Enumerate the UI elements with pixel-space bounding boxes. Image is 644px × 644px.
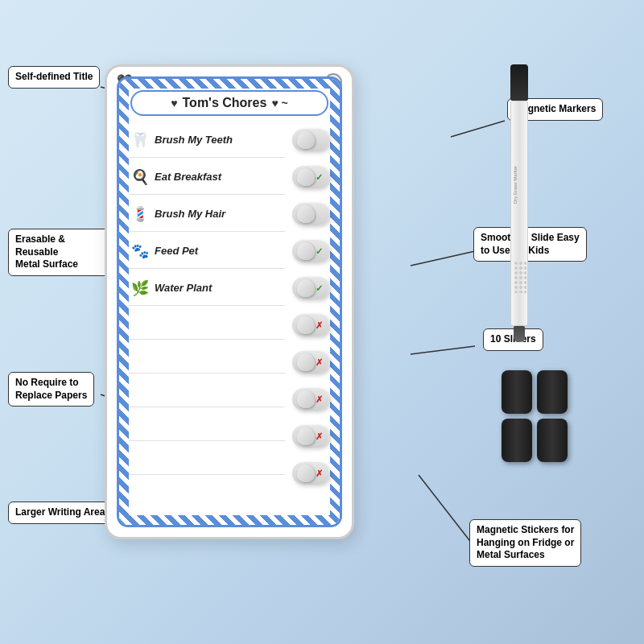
empty-row-1 [127,308,285,340]
slider-6[interactable]: ✗ [292,314,329,336]
sticker-row-top [502,370,568,414]
slider-cross-6: ✗ [316,320,323,331]
slider-handle-6[interactable] [297,316,315,334]
slider-item-10[interactable]: ✗ [290,456,332,491]
slider-item-7[interactable]: ✗ [290,345,332,380]
slider-check-5: ✓ [316,283,323,294]
slider-10[interactable]: ✗ [292,462,329,485]
marker-cap [510,64,528,101]
svg-line-4 [451,121,505,137]
magnetic-sticker-2 [537,370,568,414]
slider-handle-1[interactable] [297,131,315,149]
task-row-5: 🌿 Water Plant [127,270,285,306]
task-icon-4: 🐾 [130,242,150,260]
task-text-5: Water Plant [155,282,212,294]
slider-item-1[interactable] [290,122,332,158]
chore-board: 🖤 ♥ Tom's Chores ♥ ~ 🦷 Brush My Teeth [105,64,354,539]
empty-row-5 [127,443,285,475]
slider-3[interactable] [292,203,329,225]
sliders-column: ✓ ✓ [290,122,332,491]
svg-line-6 [411,346,475,354]
slider-check-2: ✓ [316,172,323,183]
task-text-3: Brush My Hair [155,208,225,220]
task-row-4: 🐾 Feed Pet [127,233,285,269]
sticker-row-bottom [502,419,568,462]
label-self-defined-title: Self-defined Title [8,66,100,89]
slider-9[interactable]: ✗ [292,425,329,448]
slider-handle-2[interactable] [297,168,315,186]
slider-1[interactable] [292,129,329,151]
board-title-area: ♥ Tom's Chores ♥ ~ [130,90,328,116]
board-body: 🖤 ♥ Tom's Chores ♥ ~ 🦷 Brush My Teeth [105,64,354,539]
slider-2[interactable]: ✓ [292,166,329,188]
slider-check-4: ✓ [316,246,323,257]
tasks-list: 🦷 Brush My Teeth 🍳 Eat Breakfast 💈 Brush… [127,122,285,491]
label-no-require: No Require toReplace Papers [8,372,94,407]
slider-handle-10[interactable] [297,464,315,482]
task-row-1: 🦷 Brush My Teeth [127,122,285,158]
marker-dots-decoration [514,261,526,293]
slider-item-3[interactable] [290,196,332,232]
slider-handle-8[interactable] [297,390,315,408]
task-icon-5: 🌿 [130,279,150,297]
task-text-4: Feed Pet [155,245,198,257]
slider-5[interactable]: ✓ [292,277,329,299]
marker-tip [514,326,525,342]
marker-body: Dry Erase Marker [510,101,528,326]
task-icon-1: 🦷 [130,131,150,149]
slider-7[interactable]: ✗ [292,351,329,374]
title-heart-right: ♥ ~ [271,97,287,109]
empty-row-2 [127,341,285,374]
svg-line-5 [411,251,475,266]
task-icon-3: 💈 [130,205,150,223]
task-row-3: 💈 Brush My Hair [127,196,285,232]
slider-item-6[interactable]: ✗ [290,308,332,343]
slider-handle-5[interactable] [297,279,315,297]
slider-item-4[interactable]: ✓ [290,233,332,269]
empty-row-4 [127,409,285,441]
magnetic-sticker-4 [537,419,568,462]
slider-item-9[interactable]: ✗ [290,419,332,454]
slider-handle-4[interactable] [297,242,315,260]
slider-cross-7: ✗ [316,357,323,368]
label-larger-writing: Larger Writing Area [8,502,112,524]
tasks-and-sliders: 🦷 Brush My Teeth 🍳 Eat Breakfast 💈 Brush… [127,122,332,491]
slider-handle-7[interactable] [297,353,315,371]
magnetic-sticker-3 [502,419,532,462]
slider-item-2[interactable]: ✓ [290,159,332,195]
slider-cross-8: ✗ [316,394,323,405]
slider-4[interactable]: ✓ [292,240,329,262]
slider-cross-10: ✗ [316,469,323,479]
empty-row-3 [127,375,285,407]
svg-line-7 [419,475,475,547]
title-heart-left: ♥ [171,97,177,109]
slider-item-5[interactable]: ✓ [290,270,332,306]
task-row-2: 🍳 Eat Breakfast [127,159,285,195]
magnetic-stickers-container [502,370,568,462]
task-text-1: Brush My Teeth [155,134,233,146]
slider-handle-3[interactable] [297,205,315,223]
board-inner-area: ♥ Tom's Chores ♥ ~ 🦷 Brush My Teeth 🍳 E [117,76,342,527]
slider-cross-9: ✗ [316,431,323,442]
slider-item-8[interactable]: ✗ [290,382,332,417]
task-icon-2: 🍳 [130,168,150,186]
task-text-2: Eat Breakfast [155,171,221,183]
label-magnetic-stickers: Magnetic Stickers forHanging on Fridge o… [469,519,581,567]
board-title: Tom's Chores [183,96,267,110]
marker-container: Dry Erase Marker [507,64,531,338]
slider-handle-9[interactable] [297,427,315,445]
label-erasable-reusable: Erasable & ReusableMetal Surface [8,229,113,276]
magnetic-sticker-1 [502,370,532,414]
marker-label-text: Dry Erase Marker [513,166,518,204]
slider-8[interactable]: ✗ [292,388,329,411]
